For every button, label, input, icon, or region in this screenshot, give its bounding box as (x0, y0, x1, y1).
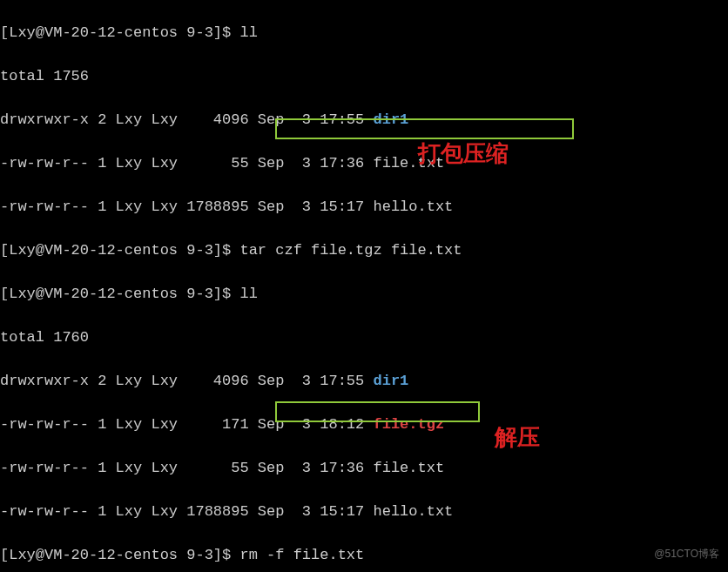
prompt-line: [Lxy@VM-20-12-centos 9-3]$ tar czf file.… (0, 239, 728, 261)
file-meta: -rw-rw-r-- 1 Lxy Lxy 171 Sep 3 18:12 (0, 416, 373, 433)
shell-prompt: [Lxy@VM-20-12-centos 9-3]$ (0, 286, 239, 302)
file-row: drwxrwxr-x 2 Lxy Lxy 4096 Sep 3 17:55 di… (0, 370, 728, 392)
file-name: dir1 (373, 373, 408, 389)
command-text: ll (239, 24, 257, 41)
total-line: total 1760 (0, 326, 728, 348)
annotation-compress: 打包压缩 (418, 143, 509, 165)
file-name: file.txt (373, 460, 444, 476)
shell-prompt: [Lxy@VM-20-12-centos 9-3]$ (0, 24, 239, 41)
file-meta: -rw-rw-r-- 1 Lxy Lxy 55 Sep 3 17:36 (0, 460, 373, 476)
file-name: hello.txt (373, 199, 453, 215)
file-row: -rw-rw-r-- 1 Lxy Lxy 1788895 Sep 3 15:17… (0, 196, 728, 218)
file-row: -rw-rw-r-- 1 Lxy Lxy 1788895 Sep 3 15:17… (0, 501, 728, 522)
watermark-text: @51CTO博客 (654, 543, 719, 565)
terminal-output[interactable]: [Lxy@VM-20-12-centos 9-3]$ ll total 1756… (0, 0, 728, 572)
shell-prompt: [Lxy@VM-20-12-centos 9-3]$ (0, 242, 239, 259)
shell-prompt: [Lxy@VM-20-12-centos 9-3]$ (0, 547, 239, 563)
annotation-extract: 解压 (495, 427, 540, 448)
file-meta: -rw-rw-r-- 1 Lxy Lxy 1788895 Sep 3 15:17 (0, 199, 373, 215)
file-name: hello.txt (373, 503, 453, 520)
prompt-line: [Lxy@VM-20-12-centos 9-3]$ ll (0, 22, 728, 44)
file-meta: drwxrwxr-x 2 Lxy Lxy 4096 Sep 3 17:55 (0, 111, 373, 128)
total-line: total 1756 (0, 65, 728, 87)
file-row: -rw-rw-r-- 1 Lxy Lxy 55 Sep 3 17:36 file… (0, 152, 728, 174)
file-row: drwxrwxr-x 2 Lxy Lxy 4096 Sep 3 17:55 di… (0, 109, 728, 131)
command-text: ll (239, 286, 257, 302)
file-meta: -rw-rw-r-- 1 Lxy Lxy 55 Sep 3 17:36 (0, 155, 373, 172)
file-name: file.tgz (373, 416, 444, 433)
file-meta: drwxrwxr-x 2 Lxy Lxy 4096 Sep 3 17:55 (0, 373, 373, 389)
file-meta: -rw-rw-r-- 1 Lxy Lxy 1788895 Sep 3 15:17 (0, 503, 373, 520)
file-name: dir1 (373, 111, 408, 128)
command-text: rm -f file.txt (239, 547, 364, 563)
prompt-line: [Lxy@VM-20-12-centos 9-3]$ rm -f file.tx… (0, 544, 728, 566)
file-row: -rw-rw-r-- 1 Lxy Lxy 171 Sep 3 18:12 fil… (0, 414, 728, 435)
command-text: tar czf file.tgz file.txt (239, 242, 462, 259)
file-row: -rw-rw-r-- 1 Lxy Lxy 55 Sep 3 17:36 file… (0, 457, 728, 479)
prompt-line: [Lxy@VM-20-12-centos 9-3]$ ll (0, 283, 728, 305)
